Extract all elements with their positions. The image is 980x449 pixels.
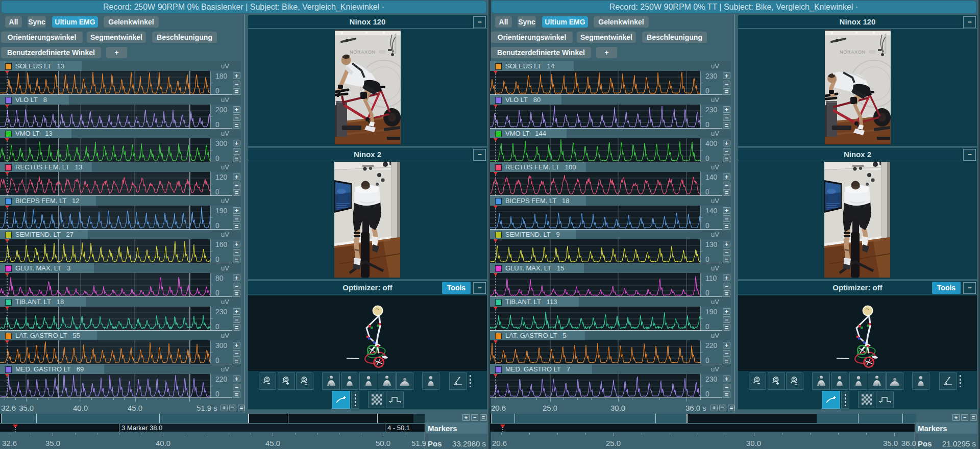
svg-text:NORAXON: NORAXON — [350, 49, 376, 55]
svg-text:NORAXON: NORAXON — [840, 49, 866, 55]
